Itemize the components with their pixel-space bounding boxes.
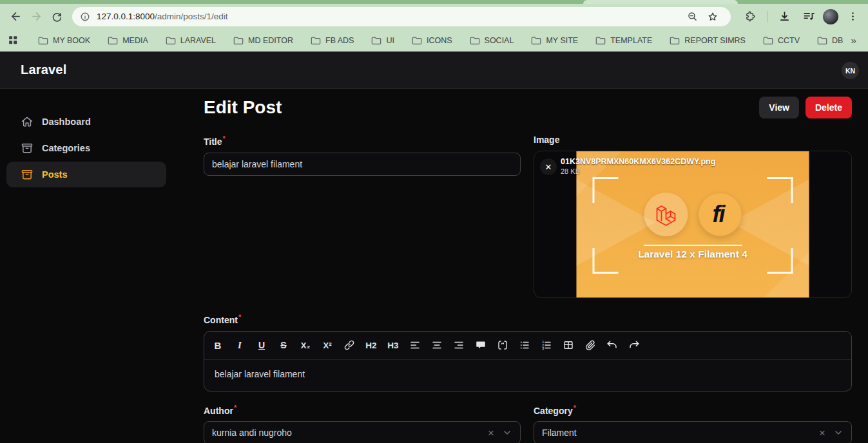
ordered-list-button[interactable]: 123 [539, 336, 554, 354]
site-info-icon[interactable] [80, 12, 90, 22]
svg-text:3: 3 [542, 346, 544, 350]
sidebar-item-posts[interactable]: Posts [6, 162, 166, 187]
content-field-group: Content* B I U S X₂ X² H2 H3 [204, 313, 852, 391]
editor-toolbar: B I U S X₂ X² H2 H3 [204, 332, 851, 360]
user-avatar[interactable]: KN [842, 62, 859, 79]
laravel-logo [644, 193, 688, 236]
media-playlist-icon[interactable] [798, 6, 819, 27]
folder-icon [470, 36, 480, 45]
sidebar: Dashboard Categories Posts [0, 90, 173, 443]
bookmark-folder[interactable]: MY BOOK [38, 36, 90, 45]
rich-text-editor: B I U S X₂ X² H2 H3 [204, 331, 852, 391]
menu-dots-icon[interactable] [842, 6, 863, 27]
undo-icon [606, 339, 618, 351]
author-field-group: Author* kurnia andi nugroho × [204, 404, 521, 443]
bookmark-folder[interactable]: DB [817, 36, 843, 45]
clear-selection-icon[interactable]: × [819, 428, 825, 438]
bookmark-folder[interactable]: ICONS [412, 36, 452, 45]
strikethrough-button[interactable]: S [276, 336, 291, 354]
bookmark-folder[interactable]: FB ADS [311, 36, 354, 45]
bookmark-folder[interactable]: MEDIA [108, 36, 148, 45]
author-label: Author* [204, 404, 521, 416]
attach-files-button[interactable] [583, 336, 597, 354]
paperclip-icon [584, 339, 596, 351]
folder-icon [817, 36, 827, 45]
bookmarks-overflow-chevron[interactable]: » [843, 35, 863, 46]
brand-logo[interactable]: Laravel [21, 62, 66, 77]
subscript-button[interactable]: X₂ [298, 336, 313, 354]
chevron-down-icon[interactable] [833, 428, 844, 438]
blockquote-button[interactable] [474, 336, 488, 354]
title-input[interactable] [204, 153, 521, 176]
h2-button[interactable]: H2 [364, 336, 378, 354]
clear-selection-icon[interactable]: × [488, 428, 494, 438]
forward-icon[interactable] [26, 6, 46, 27]
category-select[interactable]: Filament × [534, 421, 852, 443]
archive-box-icon [21, 168, 34, 181]
folder-icon [412, 36, 422, 45]
bookmark-folder[interactable]: UI [371, 36, 394, 45]
address-bar[interactable]: 127.0.0.1:8000/admin/posts/1/edit [72, 7, 731, 26]
bookmarks-bar: MY BOOK MEDIA LARAVEL MD EDITOR [0, 29, 868, 52]
code-block-button[interactable] [496, 336, 510, 354]
underline-button[interactable]: U [255, 336, 269, 354]
downloads-icon[interactable] [774, 6, 795, 27]
sidebar-item-categories[interactable]: Categories [6, 135, 166, 161]
superscript-button[interactable]: X² [320, 336, 334, 354]
align-start-button[interactable] [408, 336, 422, 354]
browser-window: 127.0.0.1:8000/admin/posts/1/edit [0, 0, 868, 443]
app-header: Laravel KN [0, 52, 868, 89]
align-start-icon [409, 339, 421, 351]
italic-button[interactable]: I [233, 336, 247, 354]
file-name: 01K3NV8PRMXN60KMX6V362CDWY.png [561, 157, 715, 166]
remove-file-button[interactable]: ✕ [540, 158, 557, 175]
folder-icon [233, 36, 244, 45]
view-button[interactable]: View [759, 97, 799, 118]
ordered-list-icon: 123 [541, 339, 552, 351]
align-center-button[interactable] [430, 336, 444, 354]
bullet-list-button[interactable] [517, 336, 532, 354]
delete-button[interactable]: Delete [805, 97, 852, 118]
image-upload-box[interactable]: ✕ 01K3NV8PRMXN60KMX6V362CDWY.png 28 KB [534, 151, 852, 298]
required-asterisk: * [223, 135, 226, 142]
bookmark-folder-list: MY BOOK MEDIA LARAVEL MD EDITOR [38, 36, 843, 45]
bookmark-folder[interactable]: MY SITE [531, 36, 578, 45]
undo-button[interactable] [605, 336, 619, 354]
category-label: Category* [534, 404, 852, 416]
bold-button[interactable]: B [211, 336, 225, 354]
bookmark-folder[interactable]: CCTV [763, 36, 800, 45]
chevron-down-icon[interactable] [502, 428, 512, 438]
content-label: Content* [204, 313, 852, 325]
redo-button[interactable] [627, 336, 641, 354]
link-button[interactable] [342, 336, 356, 354]
zoom-out-icon[interactable] [682, 7, 702, 26]
bookmark-star-icon[interactable] [702, 7, 723, 26]
sidebar-item-label: Dashboard [42, 117, 91, 127]
image-field-group: Image ✕ 01K3NV8PRMXN60KMX6V362CDWY.png 2… [534, 135, 852, 298]
bookmark-folder[interactable]: MD EDITOR [233, 36, 293, 45]
back-icon[interactable] [5, 6, 26, 27]
bookmark-folder[interactable]: SOCIAL [470, 36, 514, 45]
folder-icon [38, 36, 48, 45]
align-end-icon [453, 339, 465, 351]
home-icon [21, 115, 34, 128]
reload-icon[interactable] [46, 6, 67, 27]
bookmark-folder[interactable]: LARAVEL [166, 36, 216, 45]
table-button[interactable] [561, 336, 575, 354]
apps-grid-icon[interactable] [8, 35, 19, 46]
sidebar-item-dashboard[interactable]: Dashboard [6, 109, 166, 135]
bookmark-folder[interactable]: TEMPLATE [595, 36, 652, 45]
h3-button[interactable]: H3 [386, 336, 400, 354]
sidebar-item-label: Posts [42, 169, 68, 180]
folder-icon [763, 36, 773, 45]
author-select[interactable]: kurnia andi nugroho × [204, 421, 521, 443]
link-icon [343, 339, 355, 351]
editor-content[interactable]: belajar laravel filament [204, 360, 851, 391]
bookmark-folder[interactable]: REPORT SIMRS [670, 36, 746, 45]
folder-icon [311, 36, 321, 45]
folder-icon [670, 36, 680, 45]
profile-avatar[interactable] [823, 9, 838, 24]
extensions-icon[interactable] [740, 6, 760, 27]
code-block-icon [497, 339, 508, 351]
align-end-button[interactable] [452, 336, 466, 354]
